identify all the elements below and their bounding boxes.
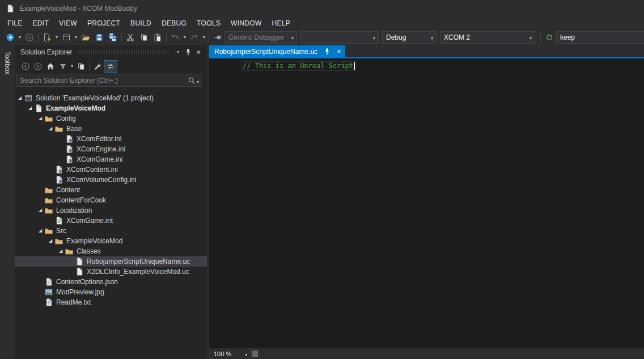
menu-build[interactable]: BUILD — [125, 18, 156, 28]
paste-button[interactable] — [151, 31, 164, 44]
pin-button[interactable] — [183, 47, 193, 57]
tree-item[interactable]: ContentForCook — [15, 195, 207, 205]
drag-grip[interactable] — [77, 50, 168, 55]
toolbox-tab[interactable]: Toolbox — [3, 45, 11, 359]
tree-item[interactable]: Config — [15, 113, 207, 124]
tree-item[interactable]: XComEngine.ini — [15, 144, 207, 154]
save-all-button[interactable] — [106, 31, 120, 44]
ini-icon — [65, 145, 74, 154]
menu-project[interactable]: PROJECT — [82, 18, 125, 28]
filter-dropdown[interactable] — [69, 60, 75, 73]
tree-item[interactable]: XComGame.ini — [15, 154, 207, 164]
cut-button[interactable] — [124, 31, 137, 44]
menu-bar: FILEEDITVIEWPROJECTBUILDDEBUGTOOLSWINDOW… — [0, 17, 644, 29]
tree-item[interactable]: Content — [15, 185, 207, 195]
scrollbar-thumb[interactable] — [252, 350, 258, 357]
tree-item[interactable]: ReadMe.txt — [15, 297, 207, 307]
ini-icon — [65, 155, 74, 164]
menu-file[interactable]: FILE — [2, 18, 28, 28]
redo-dropdown[interactable] — [201, 31, 207, 44]
tree-item[interactable]: ExampleVoiceMod — [15, 236, 207, 246]
expand-arrow-icon[interactable] — [46, 126, 54, 131]
pin-tab-button[interactable] — [323, 47, 332, 56]
code-editor[interactable]: // This is an Unreal Script — [209, 58, 644, 348]
keep-combo[interactable]: keep — [556, 31, 644, 44]
menu-view[interactable]: VIEW — [54, 18, 82, 28]
new-item-dropdown[interactable] — [54, 31, 60, 44]
expand-arrow-icon[interactable] — [26, 106, 34, 111]
zoom-select[interactable]: 100 % — [209, 348, 251, 359]
tree-item[interactable]: Solution 'ExampleVoiceMod' (1 project) — [15, 93, 207, 103]
window-position-button[interactable] — [173, 47, 183, 57]
tree-item[interactable]: Classes — [15, 246, 207, 256]
show-all-files-button[interactable] — [75, 61, 87, 72]
menu-help[interactable]: HELP — [267, 18, 296, 28]
tree-item[interactable]: ExampleVoiceMod — [15, 103, 207, 113]
se-forward-button[interactable] — [32, 61, 44, 72]
save-button[interactable] — [92, 31, 106, 44]
undo-dropdown[interactable] — [182, 31, 188, 44]
properties-button[interactable] — [91, 61, 104, 72]
menu-window[interactable]: WINDOW — [226, 18, 266, 28]
expand-arrow-icon[interactable] — [36, 208, 44, 213]
expand-arrow-icon[interactable] — [16, 96, 24, 100]
close-tab-button[interactable] — [337, 48, 341, 56]
search-options-dropdown[interactable] — [197, 75, 202, 86]
tree-item[interactable]: XComGame.int — [15, 216, 207, 226]
expand-arrow-icon[interactable] — [46, 239, 54, 243]
tree-item[interactable]: ModPreview.jpg — [15, 287, 207, 297]
tree-item[interactable]: X2DLCInfo_ExampleVoiceMod.uc — [15, 267, 207, 277]
tree-item[interactable]: ContentOptions.json — [15, 277, 207, 287]
preview-selected-toggle[interactable] — [104, 60, 117, 73]
window-layout-dropdown[interactable] — [73, 31, 79, 44]
chevron-down-icon — [527, 33, 535, 41]
tree-item[interactable]: XComVolumeConfig.ini — [15, 175, 207, 185]
filter-button[interactable] — [57, 61, 69, 72]
tree-item-label: XComGame.int — [66, 217, 113, 225]
chevron-down-icon — [428, 33, 436, 41]
tree-item[interactable]: Localization — [15, 205, 207, 216]
tree-item[interactable]: Src — [15, 226, 207, 236]
home-button[interactable] — [44, 61, 57, 72]
chevron-down-icon — [370, 33, 378, 41]
undo-button[interactable] — [168, 31, 182, 44]
solution-config-combo[interactable]: Debug — [382, 31, 437, 44]
tree-item[interactable]: XComEditor.ini — [15, 134, 207, 144]
expand-arrow-icon[interactable] — [57, 249, 65, 254]
expand-arrow-icon[interactable] — [36, 229, 44, 233]
chevron-down-icon — [242, 350, 250, 357]
tree-item[interactable]: Base — [15, 124, 207, 134]
se-back-button[interactable] — [19, 61, 32, 72]
platform-combo[interactable]: XCOM 2 — [440, 31, 535, 44]
solution-icon — [24, 94, 33, 103]
app-window: ExampleVoiceMod - XCOM ModBuddy FILEEDIT… — [0, 0, 644, 359]
build-config-icon[interactable] — [543, 31, 556, 44]
tree-item-label: XComContent.ini — [66, 166, 118, 174]
redo-button[interactable] — [188, 31, 201, 44]
document-tab[interactable]: RobojumperScriptUniqueName.uc — [209, 45, 345, 57]
solution-explorer-header[interactable]: Solution Explorer — [15, 45, 207, 59]
toolbar-separator — [121, 33, 122, 42]
tree-item-label: Classes — [77, 247, 101, 255]
navigate-forward-button[interactable] — [23, 31, 36, 44]
tree-item[interactable]: XComContent.ini — [15, 164, 207, 175]
debugger-combo[interactable]: Generic Debugger — [224, 31, 297, 44]
window-layout-button[interactable] — [60, 31, 73, 44]
folder-icon — [65, 247, 74, 256]
zoom-value: 100 % — [214, 350, 231, 357]
close-panel-button[interactable] — [193, 47, 204, 57]
navigate-back-dropdown[interactable] — [17, 31, 23, 44]
debug-target-combo[interactable] — [300, 31, 379, 44]
expand-arrow-icon[interactable] — [36, 116, 44, 121]
search-icon[interactable] — [187, 75, 197, 86]
copy-button[interactable] — [137, 31, 151, 44]
menu-debug[interactable]: DEBUG — [156, 18, 192, 28]
open-folder-button[interactable] — [79, 31, 92, 44]
horizontal-scrollbar[interactable] — [251, 348, 644, 359]
search-input[interactable] — [16, 77, 187, 85]
menu-edit[interactable]: EDIT — [28, 18, 54, 28]
menu-tools[interactable]: TOOLS — [192, 18, 226, 28]
navigate-back-button[interactable] — [3, 31, 17, 44]
new-item-button[interactable] — [40, 31, 54, 44]
tree-item[interactable]: RobojumperScriptUniqueName.uc — [15, 256, 207, 267]
